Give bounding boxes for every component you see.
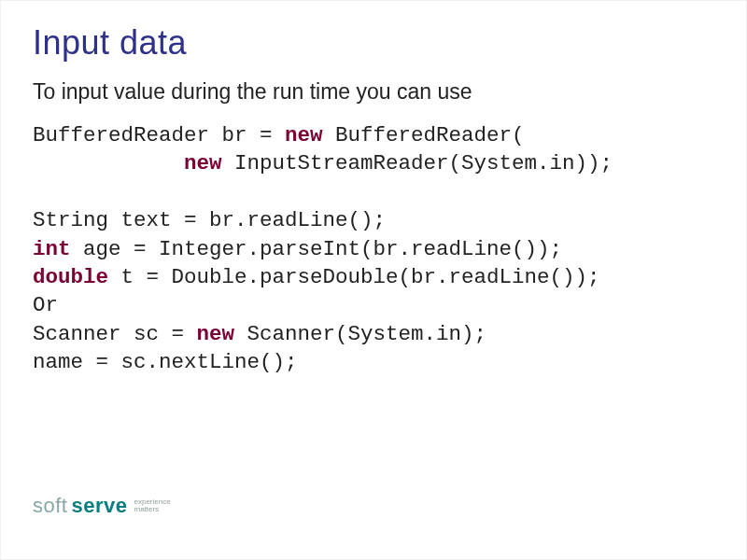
code-line-6b: t = Double.parseDouble(br.readLine());	[108, 265, 600, 289]
code-line-9: name = sc.nextLine();	[33, 350, 298, 374]
code-indent	[33, 151, 184, 175]
code-line-8b: Scanner(System.in);	[234, 322, 486, 346]
keyword-new-2: new	[184, 151, 222, 175]
code-line-5b: age = Integer.parseInt(br.readLine());	[71, 237, 563, 261]
logo-tag-line2: matters	[134, 506, 170, 513]
code-line-4: String text = br.readLine();	[33, 208, 386, 232]
logo-serve: serve	[71, 494, 127, 518]
code-line-2b: InputStreamReader(System.in));	[222, 151, 613, 175]
code-line-1a: BufferedReader br =	[33, 123, 285, 147]
keyword-int: int	[33, 237, 71, 261]
keyword-double: double	[33, 265, 108, 289]
logo-tagline: experience matters	[134, 498, 170, 513]
code-block: BufferedReader br = new BufferedReader( …	[33, 121, 714, 376]
logo-soft: soft	[33, 494, 67, 518]
slide-title: Input data	[33, 23, 714, 63]
code-line-1b: BufferedReader(	[323, 123, 525, 147]
logo: softserve experience matters	[33, 494, 171, 518]
keyword-new-3: new	[197, 322, 235, 346]
code-line-7: Or	[33, 293, 58, 317]
intro-text: To input value during the run time you c…	[33, 79, 714, 105]
keyword-new-1: new	[285, 123, 323, 147]
code-line-8a: Scanner sc =	[33, 322, 197, 346]
slide: Input data To input value during the run…	[0, 0, 747, 560]
